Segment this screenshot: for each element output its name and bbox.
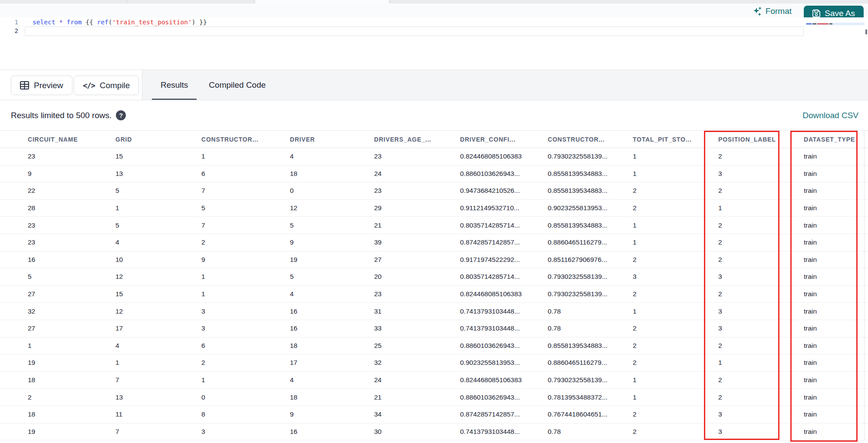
table-cell: 23 [374, 187, 460, 195]
table-cell: 6 [201, 342, 290, 350]
table-cell: train [804, 273, 868, 281]
header-cell: DATASET_TYPE [804, 136, 868, 143]
table-cell: 7 [115, 376, 201, 384]
table-row: 22570230.9473684210526...0.8558139534883… [0, 182, 868, 200]
table-cell: 15 [115, 152, 201, 160]
file-tab-active[interactable] [255, 0, 389, 3]
code-editor[interactable]: 1 2 select * from {{ ref('train_test_pos… [0, 17, 868, 69]
table-cell: 0.8511627906976... [548, 256, 633, 264]
table-cell: 17 [290, 359, 374, 367]
table-cell: 3 [201, 324, 290, 332]
header-cell: DRIVER [290, 136, 374, 143]
table-cell: 6 [201, 170, 290, 178]
table-cell: 23 [374, 290, 460, 298]
table-cell: 4 [115, 238, 201, 246]
table-cell: 12 [115, 307, 201, 315]
minimap-code-mark [829, 23, 832, 24]
active-line-highlight [25, 26, 804, 36]
file-tab[interactable] [127, 0, 255, 3]
tab-results[interactable]: Results [152, 70, 197, 100]
dbt-ide-screen: Format Save As 1 2 select * from {{ ref(… [0, 0, 868, 443]
table-cell: 30 [374, 428, 460, 436]
table-cell: 0.78 [548, 324, 633, 332]
header-cell: POSITION_LABEL [718, 136, 804, 143]
table-cell: 3 [718, 273, 804, 281]
table-cell: train [804, 410, 868, 418]
preview-button[interactable]: Preview [11, 76, 72, 95]
table-grid-icon [20, 81, 29, 89]
table-cell: train [804, 187, 868, 195]
table-cell: 2 [718, 393, 804, 401]
table-cell: 1 [633, 152, 718, 160]
minimap[interactable] [806, 23, 865, 59]
table-row: 18714240.8244680851063830.7930232558139.… [0, 372, 868, 389]
header-cell: TOTAL_PIT_STO... [633, 136, 718, 143]
table-cell: 2 [633, 324, 718, 332]
table-cell: 5 [115, 222, 201, 229]
format-button[interactable]: Format [753, 5, 792, 17]
table-cell: 3 [718, 170, 804, 178]
table-cell: 1 [633, 238, 718, 246]
table-cell: 0.824468085106383 [460, 290, 548, 298]
table-cell: 1 [201, 290, 290, 298]
header-cell: DRIVERS_AGE_... [374, 136, 460, 143]
tab-compiled-code[interactable]: Compiled Code [200, 70, 274, 100]
table-cell: 1 [633, 307, 718, 315]
table-cell: 1 [633, 222, 718, 229]
header-cell: CONSTRUCTOR... [201, 136, 290, 143]
table-cell: 8 [201, 410, 290, 418]
save-icon [812, 10, 820, 17]
save-as-label: Save As [825, 9, 855, 18]
table-cell: train [804, 256, 868, 264]
results-table: CIRCUIT_NAMEGRIDCONSTRUCTOR...DRIVERDRIV… [0, 130, 868, 440]
table-cell: 0.9023255813953... [460, 359, 548, 367]
table-cell: train [804, 222, 868, 229]
table-cell: 13 [115, 393, 201, 401]
table-row: 197316300.7413793103448...0.7823train [0, 423, 868, 441]
table-cell: 0.8742857142857... [460, 410, 548, 418]
table-cell: 1 [28, 342, 115, 350]
table-cell: 0.7413793103448... [460, 428, 548, 436]
file-tab[interactable] [0, 0, 127, 3]
table-cell: 5 [28, 273, 115, 281]
table-cell: train [804, 290, 868, 298]
action-band: Preview </> Compile Results Compiled Cod… [0, 69, 868, 100]
table-cell: 3 [718, 324, 804, 332]
table-cell: 0.7413793103448... [460, 324, 548, 332]
download-csv-link[interactable]: Download CSV [802, 100, 858, 130]
table-cell: 7 [201, 187, 290, 195]
code-token: 'train_test_position' [112, 19, 191, 26]
table-cell: 2 [633, 290, 718, 298]
table-cell: 0.7930232558139... [548, 290, 633, 298]
table-cell: 0.8860103626943... [460, 170, 548, 178]
editor-scrollbar[interactable] [865, 30, 867, 34]
compile-button[interactable]: </> Compile [74, 76, 139, 95]
table-right-edge [864, 130, 865, 440]
table-cell: train [804, 238, 868, 246]
table-cell: 9 [290, 238, 374, 246]
table-cell: 1 [633, 393, 718, 401]
table-cell: 3 [718, 428, 804, 436]
table-cell: 16 [290, 307, 374, 315]
table-cell: 5 [201, 204, 290, 212]
table-cell: 0.9112149532710... [460, 204, 548, 212]
table-cell: train [804, 307, 868, 315]
line-number: 1 [0, 18, 25, 26]
table-cell: 2 [718, 256, 804, 264]
table-cell: train [804, 204, 868, 212]
help-icon[interactable]: ? [116, 110, 126, 120]
table-cell: 16 [290, 428, 374, 436]
table-cell: 0.7674418604651... [548, 410, 633, 418]
table-cell: train [804, 152, 868, 160]
code-area[interactable]: select * from {{ ref('train_test_positio… [25, 18, 868, 26]
result-tabs: Results Compiled Code [152, 70, 274, 100]
minimap-code-mark [812, 23, 816, 24]
file-tab-strip-rest [389, 0, 868, 3]
table-cell: 0.8860465116279... [548, 359, 633, 367]
table-cell: 19 [290, 256, 374, 264]
table-cell: 23 [28, 152, 115, 160]
table-cell: 0.8558139534883... [548, 222, 633, 229]
table-cell: 11 [115, 410, 201, 418]
table-cell: 0.9023255813953... [548, 204, 633, 212]
table-cell: train [804, 324, 868, 332]
